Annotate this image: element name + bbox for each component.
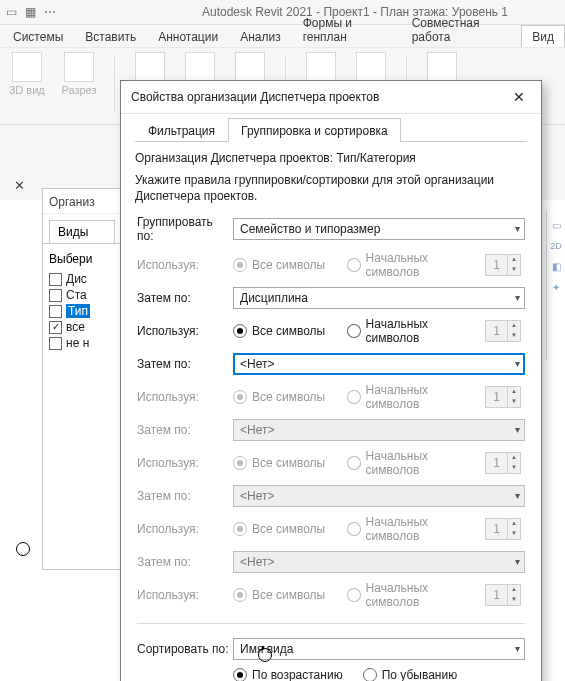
spin-leading-5: 1▲▼ xyxy=(485,518,521,540)
spin-leading-6: 1▲▼ xyxy=(485,584,521,606)
radio-all-chars-4: Все символы xyxy=(233,456,325,470)
radio-sort-desc[interactable]: По убыванию xyxy=(363,668,458,681)
chevron-down-icon: ▾ xyxy=(515,358,520,369)
combo-group-4: <Нет>▾ xyxy=(233,419,525,441)
combo-group-3[interactable]: <Нет>▾ xyxy=(233,353,525,375)
label-using: Используя: xyxy=(135,247,231,283)
label-then-by: Затем по: xyxy=(135,349,231,379)
chevron-down-icon: ▾ xyxy=(515,643,520,654)
dialog-close-button[interactable]: ✕ xyxy=(505,85,533,109)
label-using: Используя: xyxy=(135,379,231,415)
spin-leading-3: 1▲▼ xyxy=(485,386,521,408)
label-then-by: Затем по: xyxy=(135,283,231,313)
radio-all-chars-6: Все символы xyxy=(233,588,325,602)
radio-sort-asc[interactable]: По возрастанию xyxy=(233,668,343,681)
label-using: Используя: xyxy=(135,511,231,547)
radio-leading-chars-5: Начальных символов xyxy=(347,515,481,543)
radio-leading-chars-3: Начальных символов xyxy=(347,383,481,411)
radio-all-chars-3: Все символы xyxy=(233,390,325,404)
chevron-down-icon: ▾ xyxy=(515,424,520,435)
dialog-info-2: Укажите правила группировки/сортировки д… xyxy=(135,172,527,204)
radio-leading-chars-6: Начальных символов xyxy=(347,581,481,609)
radio-leading-chars-1: Начальных символов xyxy=(347,251,481,279)
label-using: Используя: xyxy=(135,313,231,349)
label-group-by: Группировать по: xyxy=(135,211,231,247)
label-then-by: Затем по: xyxy=(135,481,231,511)
chevron-down-icon: ▾ xyxy=(515,490,520,501)
tab-filtering[interactable]: Фильтрация xyxy=(135,118,228,142)
chevron-down-icon: ▾ xyxy=(515,223,520,234)
cursor-indicator xyxy=(16,542,30,556)
label-then-by: Затем по: xyxy=(135,415,231,445)
combo-group-1[interactable]: Семейство и типоразмер▾ xyxy=(233,218,525,240)
dialog-title: Свойства организации Диспетчера проектов xyxy=(131,90,505,104)
combo-group-6: <Нет>▾ xyxy=(233,551,525,573)
radio-all-chars-2[interactable]: Все символы xyxy=(233,324,325,338)
cursor-indicator xyxy=(258,648,272,662)
radio-leading-chars-4: Начальных символов xyxy=(347,449,481,477)
dialog-info-1: Организация Диспетчера проектов: Тип/Кат… xyxy=(135,150,527,166)
browser-org-dialog: Свойства организации Диспетчера проектов… xyxy=(120,80,542,681)
label-then-by: Затем по: xyxy=(135,547,231,577)
combo-group-2[interactable]: Дисциплина▾ xyxy=(233,287,525,309)
chevron-down-icon: ▾ xyxy=(515,292,520,303)
label-sort-by: Сортировать по: xyxy=(135,634,231,664)
radio-leading-chars-2[interactable]: Начальных символов xyxy=(347,317,481,345)
label-using: Используя: xyxy=(135,445,231,481)
radio-all-chars-1: Все символы xyxy=(233,258,325,272)
label-using: Используя: xyxy=(135,577,231,613)
chevron-down-icon: ▾ xyxy=(515,556,520,567)
spin-leading-1: 1▲▼ xyxy=(485,254,521,276)
spin-leading-4: 1▲▼ xyxy=(485,452,521,474)
tab-grouping-sorting[interactable]: Группировка и сортировка xyxy=(228,118,401,142)
spin-leading-2: 1▲▼ xyxy=(485,320,521,342)
combo-group-5: <Нет>▾ xyxy=(233,485,525,507)
radio-all-chars-5: Все символы xyxy=(233,522,325,536)
combo-sort[interactable]: Имя вида▾ xyxy=(233,638,525,660)
